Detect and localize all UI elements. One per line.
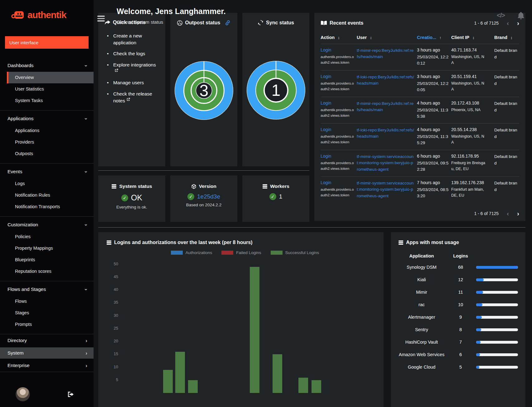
- app-usage-bar: [476, 341, 518, 344]
- event-geo: Washington, US, NA: [451, 134, 487, 145]
- quick-action-link[interactable]: Explore integrations: [106, 59, 159, 77]
- sidebar-item[interactable]: Logs: [0, 178, 94, 189]
- sidebar-item[interactable]: Stages: [0, 307, 94, 319]
- user-interface-button[interactable]: User interface: [5, 36, 89, 49]
- system-status-subtitle: Everything is ok.: [101, 205, 162, 209]
- sidebar-item-label: Notification Transports: [15, 204, 60, 209]
- sidebar-section-header[interactable]: Dashboards ›: [0, 60, 94, 71]
- chevron-right-icon[interactable]: ›: [517, 20, 519, 26]
- sidebar-section-header[interactable]: Events ›: [0, 166, 94, 177]
- sidebar-item[interactable]: Notification Transports: [0, 201, 94, 213]
- link-icon[interactable]: [225, 20, 231, 26]
- sidebar-section-header[interactable]: Applications ›: [0, 113, 94, 124]
- sidebar-item[interactable]: Policies: [0, 231, 94, 243]
- events-column-header[interactable]: User ↕: [357, 35, 414, 40]
- sidebar-item[interactable]: System Tasks: [0, 95, 94, 106]
- apps-usage-header: Application Logins: [398, 253, 518, 263]
- app-usage-bar-wrap: [476, 263, 518, 269]
- events-column-header[interactable]: Brand ↕: [494, 35, 519, 40]
- events-column-header[interactable]: Client IP ↕: [451, 35, 492, 40]
- event-action-link[interactable]: Login: [321, 154, 354, 159]
- app-name: Kiali: [398, 275, 445, 283]
- chevron-icon: ›: [84, 224, 89, 226]
- quick-action-link[interactable]: Check the logs: [106, 48, 159, 59]
- event-time-ago: 7 hours ago: [417, 180, 449, 185]
- event-brand: Default brand: [494, 74, 519, 93]
- sidebar-item[interactable]: Flows: [0, 296, 94, 307]
- sidebar-item[interactable]: Blueprints: [0, 254, 94, 266]
- apps-usage-table: Application Logins Synology DSM 68 Kiali…: [398, 253, 518, 375]
- sidebar-section-items: Logs Notification Rules Notification Tra…: [0, 178, 94, 213]
- chevron-right-icon[interactable]: ›: [517, 210, 519, 217]
- authentik-logo[interactable]: authentik: [0, 0, 94, 21]
- event-action-link[interactable]: Login: [321, 47, 354, 52]
- events-column-header[interactable]: Creatio... ↑: [417, 35, 449, 40]
- bell-icon[interactable]: [517, 11, 525, 20]
- event-user-link[interactable]: tf-loki-repo:BeryJu/k8s:ref:refs/heads/m…: [357, 127, 414, 146]
- event-geo: Washington, US, NA: [451, 81, 487, 92]
- app-usage-bar: [476, 303, 518, 306]
- chart-bar: [273, 354, 282, 393]
- sidebar-section-header[interactable]: System ›: [0, 347, 94, 359]
- sidebar-section-header[interactable]: Enterprise ›: [0, 360, 94, 371]
- bundle-icon: [191, 184, 196, 189]
- sidebar-item[interactable]: Notification Rules: [0, 189, 94, 201]
- event-user-link[interactable]: tf-mimir-repo:BeryJu/k8s:ref:refs/heads/…: [357, 47, 414, 67]
- sidebar-section-header[interactable]: Customization ›: [0, 219, 94, 230]
- event-user-link[interactable]: tf-mimir-repo:BeryJu/k8s:ref:refs/heads/…: [357, 101, 414, 120]
- sidebar-item-label: Outposts: [15, 151, 33, 156]
- avatar[interactable]: [16, 387, 30, 401]
- event-context: authentik.providers.oauth2.views.token: [321, 160, 354, 172]
- events-column-header[interactable]: Action ↕: [321, 35, 354, 40]
- sidebar-section-header[interactable]: Directory ›: [0, 335, 94, 346]
- chevron-left-icon[interactable]: ‹: [507, 210, 509, 217]
- logout-icon[interactable]: [68, 391, 74, 397]
- quick-action-link[interactable]: Manage users: [106, 77, 159, 88]
- app-usage-bar-wrap: [476, 275, 518, 281]
- event-action-link[interactable]: Login: [321, 127, 354, 132]
- code-icon[interactable]: </>: [497, 12, 505, 19]
- table-row: Login authentik.providers.oauth2.views.t…: [321, 176, 519, 203]
- recent-events-title-row: Recent events: [321, 20, 364, 26]
- version-title: Version: [199, 184, 216, 189]
- chevron-left-icon[interactable]: ‹: [507, 20, 509, 26]
- sidebar-item-label: User Statistics: [15, 86, 44, 91]
- chevron-icon: ›: [84, 118, 89, 120]
- sidebar-item[interactable]: Overview: [7, 72, 94, 83]
- event-clientip-cell: 20.172.43.108 Phoenix, US, NA: [451, 101, 492, 120]
- event-user-link[interactable]: tf-loki-repo:BeryJu/k8s:ref:refs/heads/m…: [357, 74, 414, 93]
- sidebar-section-header[interactable]: Flows and Stages ›: [0, 284, 94, 295]
- event-user-link[interactable]: tf-mimir-system:serviceaccount:monitorin…: [357, 154, 414, 173]
- sidebar-item[interactable]: Property Mappings: [0, 243, 94, 254]
- event-action-cell: Login authentik.providers.oauth2.views.t…: [321, 47, 354, 67]
- sidebar-item[interactable]: Providers: [0, 136, 94, 148]
- app-name: Mimir: [398, 288, 445, 295]
- sidebar-section-label: Events: [7, 169, 22, 174]
- event-action-link[interactable]: Login: [321, 74, 354, 79]
- sort-icon: ↕: [472, 35, 475, 40]
- app-usage-row: Amazon Web Services 6: [398, 350, 518, 363]
- event-action-link[interactable]: Login: [321, 101, 354, 105]
- quick-action-link[interactable]: Create a new application: [106, 30, 159, 48]
- hamburger-menu-icon[interactable]: [96, 13, 106, 24]
- app-login-count: 6: [448, 350, 473, 358]
- sidebar-section: System ›: [0, 347, 94, 359]
- sidebar-item[interactable]: Reputation scores: [0, 266, 94, 277]
- quick-action-label: Create a new application: [113, 33, 142, 45]
- events-pagination-top: 1 - 6 of 7125 ‹ ›: [474, 20, 519, 26]
- check-circle-icon: ✓: [269, 193, 276, 200]
- quick-action-link[interactable]: Check the release notes: [106, 88, 159, 106]
- event-user-link[interactable]: tf-mimir-system:serviceaccount:monitorin…: [357, 180, 414, 199]
- sidebar-item[interactable]: Prompts: [0, 319, 94, 330]
- version-link[interactable]: 1e25d3e: [197, 193, 220, 200]
- sidebar: authentik User interface Dashboards › Ov…: [0, 0, 94, 407]
- events-column-label: Creatio...: [417, 35, 436, 40]
- event-action-link[interactable]: Login: [321, 180, 354, 185]
- chart-legend: Authorizations Failed Logins Successful …: [106, 250, 384, 255]
- sidebar-item[interactable]: Outposts: [0, 148, 94, 159]
- legend-swatch: [171, 251, 183, 255]
- sidebar-item[interactable]: User Statistics: [0, 83, 94, 95]
- book-icon: [321, 21, 327, 26]
- sidebar-item[interactable]: Applications: [0, 125, 94, 136]
- sort-icon: ↕: [338, 35, 340, 40]
